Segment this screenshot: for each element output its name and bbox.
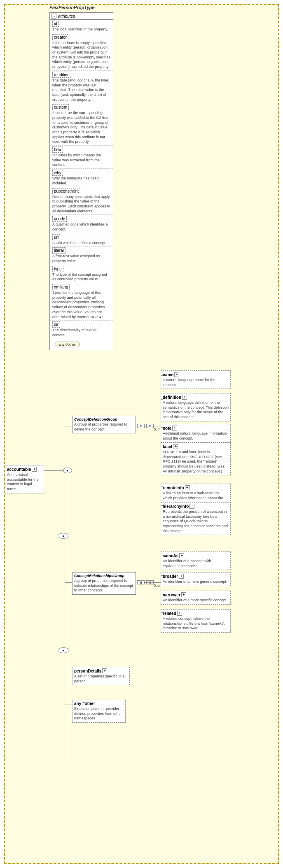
attr-row-dir: dir The directionality of textual conten…	[50, 321, 113, 339]
hline-to-rel-group	[65, 582, 72, 583]
hline-remoteinfo	[161, 486, 163, 487]
concept-note-label: note	[163, 426, 171, 431]
accountable-box: accountable + An individual accountable …	[5, 465, 44, 493]
group-box-concept-def: ConceptDefinitionGroup A group of proper…	[72, 416, 136, 433]
attributes-expand-icon[interactable]: −	[51, 14, 56, 19]
attr-any-other-row: any #other	[50, 339, 113, 350]
concept-rel-group-desc: A group of properties required to indica…	[74, 579, 134, 593]
hline-to-any-other	[65, 705, 72, 705]
mult-rel-group: 0..∞	[154, 584, 160, 588]
concept-narrower-label: narrower	[163, 593, 180, 597]
hline-facet	[161, 446, 163, 446]
concept-related-desc: A related concept, where the relationshi…	[163, 617, 229, 631]
concept-note-desc: Additional natural language information …	[163, 431, 229, 441]
accountable-label-row: accountable +	[7, 467, 42, 472]
attr-literal: literal	[52, 247, 65, 254]
concept-narrower-icon: +	[181, 592, 186, 597]
attr-literal-desc: A free-text value assigned as property v…	[52, 254, 110, 263]
attr-row-uri: uri A URI which identifies a concept.	[50, 233, 113, 247]
attr-dir: dir	[52, 321, 60, 328]
concept-box-related: related + A related concept, where the r…	[161, 609, 231, 633]
concept-box-definition: definition + A natural language definiti…	[161, 393, 231, 421]
concept-sameas-label: sameAs	[163, 554, 178, 558]
attr-modified-desc: The date (and, optionally, the time) whe…	[52, 78, 110, 102]
attr-how-desc: Indicates by which means the value was e…	[52, 153, 110, 168]
concept-name-label: name	[163, 372, 173, 377]
concept-facet-label: facet	[163, 444, 172, 449]
concept-hierarchyinfo-label-row: hierarchyInfo +	[163, 504, 229, 509]
attr-id-desc: The local identifier of the property.	[52, 27, 110, 32]
person-details-desc: A set of properties specific to a person	[74, 674, 128, 684]
concept-remoteinfo-label: remoteInfo	[163, 486, 184, 490]
concept-note-label-row: note +	[163, 426, 229, 431]
concept-box-facet: facet + In NAR 1.8 and later, facet is d…	[161, 442, 231, 475]
concept-narrower-label-row: narrower +	[163, 592, 229, 597]
hline-hierinfo	[161, 505, 163, 506]
main-title: FlexPersonPropType	[49, 5, 95, 10]
attr-row-custom: custom If set to true the corresponding …	[50, 103, 113, 146]
concept-hierarchyinfo-label: hierarchyInfo	[163, 504, 189, 509]
concept-definition-desc: A natural language definition of the sem…	[163, 400, 229, 420]
person-details-label: personDetails	[74, 669, 101, 673]
attr-row-type: type The type of the concept assigned as…	[50, 265, 113, 283]
attr-qcode-desc: A qualified code which identifies a conc…	[52, 222, 110, 232]
concept-box-sameas: sameAs + An identifier of a concept with…	[161, 552, 231, 570]
concept-box-narrower: narrower + An identifier of a more speci…	[161, 591, 231, 605]
concept-hierarchyinfo-desc: Represents the position of a concept in …	[163, 510, 229, 533]
attr-xmllang: xmllang	[52, 284, 70, 290]
any-other-bottom-box: any #other Extension point for provider-…	[72, 700, 126, 723]
attr-id: id	[52, 21, 59, 27]
concept-name-icon: +	[174, 372, 179, 377]
line-rel-to-boxes	[145, 582, 161, 583]
attr-row-modified: modified The date (and, optionally, the …	[50, 71, 113, 103]
attr-row-creator: creator If the attribute is empty, speci…	[50, 33, 113, 71]
any-other-pill: any #other	[55, 342, 80, 347]
hline-note	[161, 427, 163, 428]
concept-sameas-label-row: sameAs +	[163, 553, 229, 558]
attr-pubconstraint: pubconstraint	[52, 188, 80, 194]
concept-box-hierarchyinfo: hierarchyInfo + Represents the position …	[161, 502, 231, 535]
concept-definition-label-row: definition +	[163, 395, 229, 400]
hline-name	[161, 375, 163, 376]
hline-narrower	[161, 594, 163, 594]
attributes-box: − attributes id The local identifier of …	[49, 12, 113, 350]
concept-facet-label-row: facet +	[163, 444, 229, 449]
concept-broader-icon: +	[179, 574, 184, 579]
concept-name-label-row: name +	[163, 372, 229, 377]
attr-row-xmllang: xmllang Specifies the language of this p…	[50, 283, 113, 321]
concept-narrower-desc: An identifier of a more specific concept…	[163, 598, 229, 603]
attr-creator: creator	[52, 34, 68, 40]
diagram-container: FlexPersonPropType − attributes id The l…	[0, 0, 283, 868]
vline-rel-concepts	[161, 555, 161, 612]
concept-rel-group-label-row: ConceptRelationshipsGroup	[74, 574, 134, 578]
concept-def-group-label-row: ConceptDefinitionGroup	[74, 417, 134, 421]
concept-remoteinfo-label-row: remoteInfo +	[163, 485, 229, 490]
person-details-icon: +	[102, 668, 107, 673]
attr-how: how	[52, 147, 63, 153]
person-details-label-row: personDetails +	[74, 668, 128, 673]
person-details-box: personDetails + A set of properties spec…	[72, 667, 130, 685]
attr-qcode: qcode	[52, 216, 67, 222]
hline-to-def-group	[65, 426, 72, 426]
attr-row-literal: literal A free-text value assigned as pr…	[50, 247, 113, 265]
hline-def	[161, 399, 163, 400]
concept-related-label: related	[163, 611, 176, 616]
concept-facet-desc: In NAR 1.8 and later, facet is deprecate…	[163, 450, 229, 474]
accountable-label: accountable	[7, 467, 31, 472]
hline-to-person-details	[65, 671, 72, 671]
concept-remoteinfo-icon: +	[185, 485, 190, 490]
concept-def-group-label: ConceptDefinitionGroup	[74, 417, 117, 421]
concept-note-icon: +	[172, 426, 177, 431]
concept-box-note: note + Additional natural language infor…	[161, 424, 231, 442]
attr-custom-desc: If set to true the corresponding propert…	[52, 111, 110, 144]
attr-xmllang-desc: Specifies the language of this property …	[52, 291, 110, 319]
oval-connector-def: ●	[58, 533, 69, 539]
attr-dir-desc: The directionality of textual content.	[52, 328, 110, 337]
concept-broader-desc: An identifier of a more generic concept.	[163, 579, 229, 584]
hline-sameas	[161, 555, 163, 555]
concept-def-group-desc: A group of properties required to define…	[74, 422, 134, 432]
attr-creator-desc: If the attribute is empty, specifies whi…	[52, 41, 110, 70]
attr-uri: uri	[52, 234, 60, 240]
connector-rel-group: ⊕	[137, 580, 145, 584]
concept-related-icon: +	[177, 611, 182, 616]
